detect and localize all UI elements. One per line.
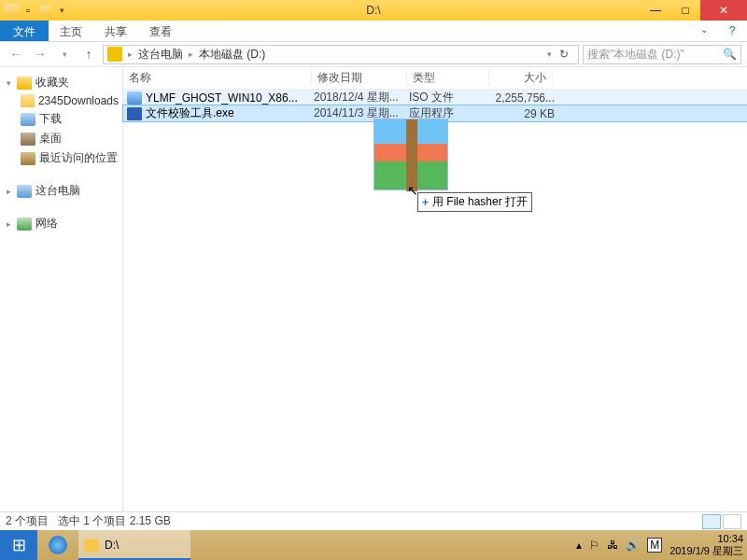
tab-home[interactable]: 主页 (49, 21, 93, 41)
column-headers: 名称 修改日期 类型 大小 (123, 67, 747, 90)
item-count: 2 个项目 (6, 513, 49, 529)
recent-icon (21, 152, 35, 165)
tray-chevron-icon[interactable]: ▴ (576, 539, 582, 552)
sidebar-network[interactable]: ▸ 网络 (0, 214, 122, 233)
recent-dropdown-icon[interactable]: ▾ (54, 44, 75, 64)
quick-access-toolbar: ▫ ▾ (0, 3, 73, 18)
crumb-dropdown-icon[interactable]: ▾ (547, 49, 552, 59)
sidebar-this-pc[interactable]: ▸ 这台电脑 (0, 181, 122, 201)
network-icon[interactable]: 🖧 (607, 539, 618, 552)
drive-icon (107, 47, 122, 62)
title-bar: ▫ ▾ D:\ — □ ✕ (0, 0, 747, 21)
drag-tooltip: + 用 File hasher 打开 (417, 192, 532, 212)
col-type[interactable]: 类型 (407, 70, 489, 86)
taskbar-ie-button[interactable] (37, 530, 78, 560)
search-placeholder: 搜索"本地磁盘 (D:)" (587, 47, 684, 63)
forward-button[interactable]: → (30, 44, 50, 64)
qat-dropdown-icon[interactable]: ▾ (54, 3, 69, 18)
clock[interactable]: 10:34 2019/1/9 星期三 (669, 533, 743, 556)
taskbar-explorer-button[interactable]: D:\ (78, 530, 190, 560)
folder-icon (84, 539, 99, 552)
close-button[interactable]: ✕ (700, 0, 747, 21)
folder-icon (21, 94, 35, 107)
action-center-icon[interactable]: ⚐ (589, 539, 599, 552)
help-button[interactable]: ? (717, 21, 747, 41)
folder-icon (4, 3, 19, 18)
drag-preview-icon (374, 119, 448, 190)
new-folder-icon[interactable] (37, 3, 52, 18)
file-list: 名称 修改日期 类型 大小 YLMF_GHOST_WIN10_X86... 20… (123, 67, 747, 521)
sidebar-favorites[interactable]: ▾ 收藏夹 (0, 73, 122, 92)
icons-view-button[interactable] (723, 514, 741, 529)
breadcrumb[interactable]: ▸ 这台电脑 ▸ 本地磁盘 (D:) ▾ ↻ (103, 45, 579, 64)
minimize-button[interactable]: — (641, 0, 670, 21)
exe-file-icon (127, 107, 142, 120)
col-name[interactable]: 名称 (123, 70, 312, 86)
up-button[interactable]: ↑ (78, 44, 99, 64)
ribbon-expand-icon[interactable]: ⌄ (691, 21, 717, 41)
file-row[interactable]: YLMF_GHOST_WIN10_X86... 2018/12/4 星期... … (123, 90, 747, 105)
details-view-button[interactable] (702, 514, 721, 529)
start-button[interactable]: ⊞ (0, 530, 37, 560)
col-date[interactable]: 修改日期 (312, 70, 407, 86)
sidebar-item-2345downloads[interactable]: 2345Downloads (0, 92, 122, 109)
crumb-this-pc[interactable]: 这台电脑 (138, 47, 183, 63)
ribbon-tabs: 文件 主页 共享 查看 ⌄ ? (0, 21, 747, 42)
col-size[interactable]: 大小 (489, 70, 553, 86)
chevron-right-icon[interactable]: ▸ (185, 49, 197, 59)
ime-icon[interactable]: M (647, 538, 662, 553)
chevron-right-icon[interactable]: ▸ (4, 219, 13, 229)
plus-icon: + (422, 196, 429, 209)
search-icon[interactable]: 🔍 (723, 48, 737, 61)
computer-icon (17, 185, 32, 198)
status-bar: 2 个项目 选中 1 个项目 2.15 GB (0, 511, 747, 530)
system-tray: ▴ ⚐ 🖧 🔊 M 10:34 2019/1/9 星期三 (576, 533, 747, 556)
ie-icon (49, 536, 67, 554)
sidebar-item-desktop[interactable]: 桌面 (0, 129, 122, 148)
tab-share[interactable]: 共享 (93, 21, 138, 41)
chevron-right-icon[interactable]: ▸ (124, 49, 136, 59)
back-button[interactable]: ← (6, 44, 26, 64)
taskbar: ⊞ D:\ ▴ ⚐ 🖧 🔊 M 10:34 2019/1/9 星期三 (0, 530, 747, 560)
window-title: D:\ (366, 4, 380, 17)
maximize-button[interactable]: □ (670, 0, 700, 21)
volume-icon[interactable]: 🔊 (626, 539, 640, 552)
refresh-button[interactable]: ↻ (554, 48, 574, 61)
search-input[interactable]: 搜索"本地磁盘 (D:)" 🔍 (583, 45, 741, 64)
sidebar-item-recent[interactable]: 最近访问的位置 (0, 148, 122, 168)
network-icon (17, 217, 32, 231)
main-area: ▾ 收藏夹 2345Downloads 下载 桌面 最近访问的位置 ▸ 这台电脑… (0, 67, 747, 521)
download-icon (21, 113, 35, 126)
chevron-right-icon[interactable]: ▸ (4, 187, 13, 196)
selection-info: 选中 1 个项目 2.15 GB (58, 513, 171, 529)
sidebar-item-downloads[interactable]: 下载 (0, 109, 122, 129)
star-icon (17, 77, 32, 90)
chevron-down-icon[interactable]: ▾ (4, 78, 13, 88)
iso-file-icon (127, 91, 142, 105)
tab-view[interactable]: 查看 (138, 21, 183, 41)
desktop-icon (21, 133, 35, 146)
nav-sidebar: ▾ 收藏夹 2345Downloads 下载 桌面 最近访问的位置 ▸ 这台电脑… (0, 67, 123, 521)
file-tab[interactable]: 文件 (0, 21, 49, 41)
nav-bar: ← → ▾ ↑ ▸ 这台电脑 ▸ 本地磁盘 (D:) ▾ ↻ 搜索"本地磁盘 (… (0, 42, 747, 67)
properties-icon[interactable]: ▫ (21, 3, 35, 18)
crumb-drive[interactable]: 本地磁盘 (D:) (199, 47, 265, 63)
